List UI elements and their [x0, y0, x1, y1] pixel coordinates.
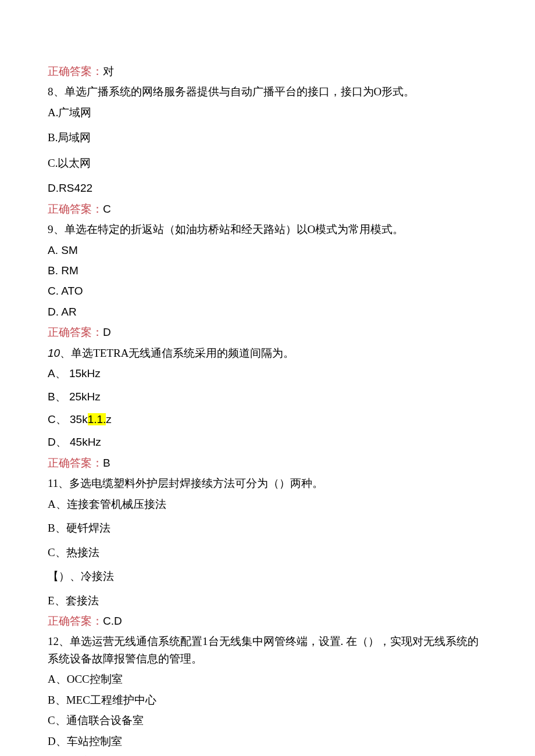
q12-prompt: 12、单选运营无线通信系统配置1台无线集中网管终端，设置. 在（），实现对无线系…	[48, 633, 487, 667]
q10-c-highlight: 1.1.	[88, 413, 106, 425]
q10-answer-line: 正确答案：B	[48, 454, 487, 471]
q8-answer-line: 正确答案：C	[48, 200, 487, 217]
answer-label: 正确答案：	[48, 65, 103, 77]
q8-option-d: D.RS422	[48, 180, 487, 196]
q12-option-a: A、OCC控制室	[48, 671, 487, 687]
answer-label: 正确答案：	[48, 326, 103, 338]
q9-option-d: D. AR	[48, 303, 487, 320]
q11-option-a: A、连接套管机械压接法	[48, 496, 487, 513]
q7-answer-line: 正确答案：对	[48, 63, 487, 80]
q8-option-c: C.以太网	[48, 155, 487, 171]
q8-option-a: A.广域网	[48, 104, 487, 121]
answer-label: 正确答案：	[48, 615, 103, 627]
answer-label: 正确答案：	[48, 203, 103, 215]
q9-option-c: C. ATO	[48, 282, 487, 299]
q11-option-e: E、套接法	[48, 592, 487, 609]
q9-option-a: A. SM	[48, 242, 487, 259]
q10-answer-value: B	[103, 457, 110, 469]
document-page: 正确答案：对 8、单选广播系统的网络服务器提供与自动广播平台的接口，接口为O形式…	[0, 0, 535, 756]
q10-c-pre: C、 35k	[48, 413, 88, 425]
q10-prompt: 10、单选TETRA无线通信系统采用的频道间隔为。	[48, 345, 487, 361]
q7-answer-value: 对	[103, 65, 114, 77]
answer-label: 正确答案：	[48, 457, 103, 469]
q9-answer-value: D	[103, 326, 111, 338]
q10-c-post: z	[106, 413, 112, 425]
q9-prompt: 9、单选在特定的折返站（如油坊桥站和经天路站）以O模式为常用模式。	[48, 221, 487, 238]
q10-option-d: D、 45kHz	[48, 433, 487, 450]
q11-option-d: 【）、冷接法	[48, 568, 487, 585]
q9-answer-line: 正确答案：D	[48, 324, 487, 341]
q10-option-c: C、 35k1.1.z	[48, 411, 487, 428]
q11-answer-value: C.D	[103, 615, 122, 627]
q12-option-c: C、通信联合设备室	[48, 712, 487, 729]
q10-option-a: A、 15kHz	[48, 365, 487, 382]
q11-answer-line: 正确答案：C.D	[48, 612, 487, 629]
q8-answer-value: C	[103, 203, 111, 215]
q12-option-b: B、MEC工程维护中心	[48, 691, 487, 708]
q11-option-c: C、热接法	[48, 544, 487, 561]
q10-number: 10	[48, 347, 60, 359]
q8-prompt: 8、单选广播系统的网络服务器提供与自动广播平台的接口，接口为O形式。	[48, 83, 487, 100]
q11-option-b: B、硬钎焊法	[48, 519, 487, 536]
q11-prompt: 11、多选电缆塑料外护层封焊接续方法可分为（）两种。	[48, 475, 487, 492]
q10-option-b: B、 25kHz	[48, 388, 487, 405]
q12-answer-line: 正确答案：B	[48, 753, 487, 756]
q10-prompt-rest: 、单选TETRA无线通信系统采用的频道间隔为。	[60, 347, 294, 359]
q12-option-d: D、车站控制室	[48, 733, 487, 750]
q8-option-b: B.局域网	[48, 129, 487, 146]
q9-option-b: B. RM	[48, 262, 487, 279]
